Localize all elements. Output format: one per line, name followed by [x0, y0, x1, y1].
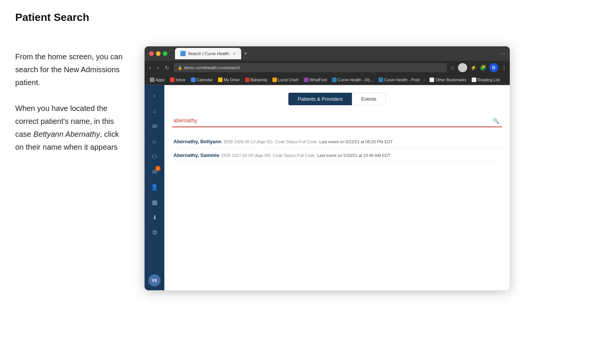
- sidebar-item-link[interactable]: ⚇: [148, 150, 161, 163]
- sidebar-item-clipboard[interactable]: ⧉: [148, 226, 161, 239]
- bookmark-calendar[interactable]: Calendar: [189, 77, 215, 83]
- bookmark-balsamiq[interactable]: Balsamiq: [243, 77, 269, 83]
- user-profile-button[interactable]: D: [489, 63, 498, 72]
- result-row-sammie[interactable]: Abernathy, Sammie DOB 1927-02-09 (Age 94…: [172, 149, 502, 162]
- other-bookmarks-label: Other Bookmarks: [435, 78, 466, 82]
- sidebar-item-people[interactable]: 👤: [148, 180, 161, 194]
- tab-events[interactable]: Events: [352, 93, 386, 105]
- bookmarks-icon: [429, 78, 434, 82]
- window-controls: ⋯: [500, 51, 505, 57]
- bookmarks-bar: Apps Inbox Calendar My Drive Balsamiq Lu…: [145, 74, 510, 85]
- reading-list-icon: [472, 78, 476, 82]
- instruction-text: From the home screen, you can search for…: [15, 46, 129, 154]
- result-code-status: Code Status Full Code: [273, 153, 315, 158]
- minimize-button[interactable]: [156, 51, 161, 56]
- tab-bar: Search | Curve Health ✕ +: [175, 48, 497, 59]
- curve-prod-label: Curve Health - Prod: [384, 78, 420, 82]
- balsamiq-label: Balsamiq: [251, 78, 267, 82]
- reading-list-label: Reading List: [477, 78, 499, 82]
- bookmark-reading-list[interactable]: Reading List: [469, 77, 502, 83]
- result-name: Abernathy, Bettyann: [173, 139, 221, 144]
- browser-content: › ⌂ ✉ ⌕ ⚇ ✉ 1 👤: [145, 85, 510, 290]
- bookmark-apps[interactable]: Apps: [148, 77, 167, 83]
- active-tab[interactable]: Search | Curve Health ✕: [175, 48, 241, 59]
- curve-prod-icon: [379, 78, 383, 82]
- app-sidebar: › ⌂ ✉ ⌕ ⚇ ✉ 1 👤: [145, 85, 164, 290]
- result-dob: DOB 1927-02-09 (Age 94): [221, 153, 270, 158]
- address-bar: ‹ › ↻ 🔒 demo.curvehealth.com/search ☆ ⚡ …: [145, 61, 510, 74]
- toolbar-icons: ☆ ⚡ 🧩 D ⋮: [450, 63, 507, 72]
- lucid-label: Lucid Chart: [278, 78, 299, 82]
- sidebar-item-calendar[interactable]: ▦: [148, 195, 161, 209]
- tab-favicon: [180, 51, 186, 56]
- puzzle-icon[interactable]: 🧩: [480, 65, 486, 71]
- url-text: demo.curvehealth.com/search: [184, 65, 240, 70]
- whatfont-icon: [304, 78, 309, 82]
- calendar-bm-icon: [191, 78, 196, 82]
- back-button[interactable]: ‹: [148, 64, 153, 71]
- sidebar-bottom: VS: [148, 274, 161, 286]
- bookmark-curve-de[interactable]: Curve Health - De...: [330, 77, 375, 83]
- sidebar-item-search[interactable]: ⌕: [148, 135, 161, 148]
- curve-de-label: Curve Health - De...: [338, 78, 373, 82]
- result-last-event: Last event on 5/22/21 at 08:20 PM EDT: [319, 139, 393, 144]
- apps-label: Apps: [156, 78, 165, 82]
- bookmark-curve-prod[interactable]: Curve Health - Prod: [376, 77, 422, 83]
- mail-badge-count: 1: [155, 166, 161, 171]
- sidebar-item-home[interactable]: ⌂: [148, 104, 161, 118]
- result-row-bettyann[interactable]: Abernathy, Bettyann DOB 1928-08-13 (Age …: [172, 135, 502, 149]
- calendar-label: Calendar: [197, 78, 213, 82]
- drive-label: My Drive: [224, 78, 239, 82]
- bookmark-drive[interactable]: My Drive: [216, 77, 242, 83]
- apps-icon: [150, 78, 154, 82]
- whatfont-label: WhatFont: [310, 78, 327, 82]
- tab-title: Search | Curve Health: [188, 51, 229, 56]
- url-bar[interactable]: 🔒 demo.curvehealth.com/search: [174, 63, 447, 72]
- bookmark-lucid[interactable]: Lucid Chart: [270, 77, 301, 83]
- user-avatar-sidebar[interactable]: VS: [148, 274, 161, 286]
- bookmark-inbox[interactable]: Inbox: [168, 77, 188, 83]
- traffic-lights: [149, 51, 167, 56]
- result-dob: DOB 1928-08-13 (Age 92): [224, 139, 272, 144]
- extension-icon: ⚡: [470, 65, 477, 71]
- new-tab-button[interactable]: +: [243, 50, 248, 58]
- page-title: Patient Search: [15, 11, 599, 24]
- sidebar-item-inbox[interactable]: ✉: [148, 119, 161, 133]
- sidebar-toggle-button[interactable]: ›: [148, 89, 161, 103]
- lock-icon: 🔒: [178, 66, 182, 70]
- lucid-icon: [272, 78, 277, 82]
- patient-search-input[interactable]: [172, 114, 502, 127]
- menu-button[interactable]: ⋮: [501, 65, 507, 71]
- sidebar-item-download[interactable]: ⬇: [148, 210, 161, 224]
- result-last-event: Last event on 5/20/21 at 10:46 AM EDT: [317, 153, 391, 158]
- result-name: Abernathy, Sammie: [173, 152, 219, 158]
- balsamiq-icon: [245, 78, 250, 82]
- title-bar: Search | Curve Health ✕ + ⋯: [145, 46, 510, 61]
- drive-icon: [218, 78, 223, 82]
- reload-button[interactable]: ↻: [163, 64, 171, 71]
- separator: »: [423, 77, 426, 82]
- close-button[interactable]: [149, 51, 154, 56]
- sidebar-item-mail-badge[interactable]: ✉ 1: [148, 165, 161, 179]
- profile-avatar[interactable]: [458, 63, 467, 72]
- inbox-label: Inbox: [176, 78, 186, 82]
- search-results: Abernathy, Bettyann DOB 1928-08-13 (Age …: [172, 135, 502, 162]
- tab-close-button[interactable]: ✕: [233, 52, 236, 56]
- curve-de-icon: [332, 78, 337, 82]
- bookmark-other[interactable]: Other Bookmarks: [427, 77, 469, 83]
- bookmark-whatfont[interactable]: WhatFont: [302, 77, 329, 83]
- maximize-button[interactable]: [163, 51, 167, 56]
- search-container: 🔍: [172, 114, 502, 127]
- search-tabs: Patients & Providers Events: [172, 93, 502, 105]
- result-code-status: Code Status Full Code: [275, 139, 317, 144]
- star-icon[interactable]: ☆: [450, 65, 455, 71]
- forward-button[interactable]: ›: [156, 64, 161, 71]
- tab-patients-providers[interactable]: Patients & Providers: [288, 93, 352, 105]
- browser-window: Search | Curve Health ✕ + ⋯ ‹ › ↻ 🔒 demo…: [145, 46, 510, 290]
- search-icon: 🔍: [493, 118, 499, 124]
- gmail-icon: [170, 78, 175, 82]
- main-content-area: Patients & Providers Events 🔍 Abernathy,…: [164, 85, 510, 290]
